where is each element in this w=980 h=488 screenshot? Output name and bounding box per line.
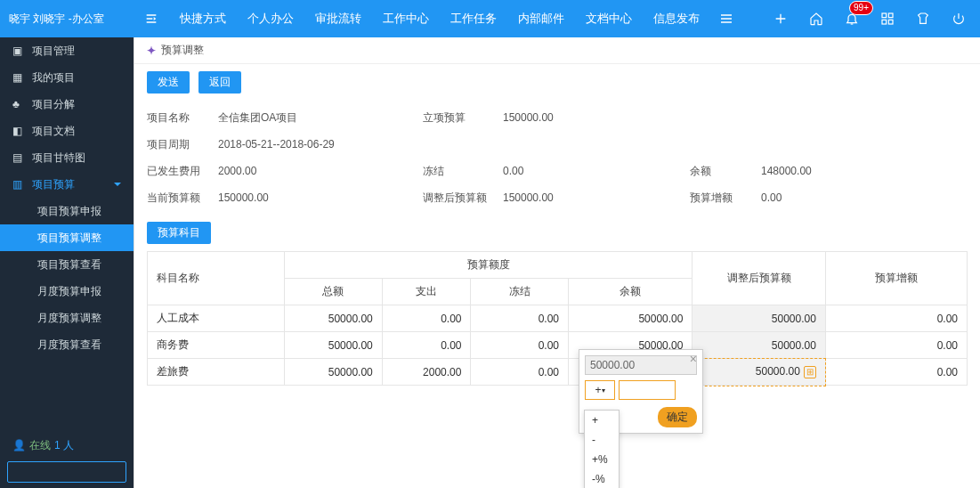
popup-close[interactable]: × xyxy=(690,352,697,366)
nav-info[interactable]: 信息发布 xyxy=(643,0,710,37)
op-option-minus-pct[interactable]: -% xyxy=(585,469,619,488)
cell-total: 50000.00 xyxy=(285,332,383,359)
top-header: 晓宇 刘晓宇 -办公室 快捷方式 个人办公 审批流转 工作中心 工作任务 内部邮… xyxy=(0,0,980,37)
confirm-button[interactable]: 确定 xyxy=(658,407,697,427)
sidebar-sub-month-view[interactable]: 月度预算查看 xyxy=(0,331,134,358)
sidebar-item-my-projects[interactable]: ▦我的项目 xyxy=(0,64,134,91)
nav-docs[interactable]: 文档中心 xyxy=(575,0,643,37)
home-icon xyxy=(809,12,823,26)
svg-rect-0 xyxy=(882,13,887,18)
op-option-plus-pct[interactable]: +% xyxy=(585,450,619,469)
breadcrumb-icon: ✦ xyxy=(147,45,156,57)
online-count: 1 人 xyxy=(54,438,74,453)
top-icon-bar: 99+ xyxy=(768,6,980,31)
sidebar: ▣项目管理 ▦我的项目 ♣项目分解 ◧项目文档 ▤项目甘特图 ▥项目预算 项目预… xyxy=(0,37,134,488)
tshirt-icon xyxy=(916,12,930,26)
apps-icon xyxy=(880,12,895,26)
label-period: 项目周期 xyxy=(147,137,218,152)
th-adjusted: 调整后预算额 xyxy=(692,252,825,305)
apps-button[interactable] xyxy=(875,6,900,31)
nav-more[interactable] xyxy=(710,0,742,37)
gantt-icon: ▤ xyxy=(12,151,25,164)
home-button[interactable] xyxy=(804,6,829,31)
sidebar-toggle[interactable] xyxy=(134,12,169,26)
search-input[interactable] xyxy=(13,466,147,478)
user-icon: 👤 xyxy=(12,439,26,451)
doc-icon: ◧ xyxy=(12,125,25,137)
operator-select[interactable]: + ▾ xyxy=(585,380,615,400)
sidebar-sub-month-adjust[interactable]: 月度预算调整 xyxy=(0,305,134,331)
breadcrumb: ✦ 预算调整 xyxy=(134,37,980,64)
sidebar-sub-apply[interactable]: 项目预算申报 xyxy=(0,198,134,224)
value-spent: 2000.00 xyxy=(218,165,423,177)
th-freeze: 冻结 xyxy=(471,279,569,305)
back-button[interactable]: 返回 xyxy=(198,71,241,94)
page-title: 预算调整 xyxy=(161,43,204,58)
online-status[interactable]: 👤 在线 1 人 xyxy=(0,435,134,456)
nav-quick[interactable]: 快捷方式 xyxy=(169,0,237,37)
table-row: 商务费 50000.00 0.00 0.00 50000.00 50000.00… xyxy=(148,332,968,359)
cell-balance: 50000.00 xyxy=(568,305,692,332)
power-icon xyxy=(952,12,966,26)
sidebar-search[interactable] xyxy=(7,461,126,483)
th-spend: 支出 xyxy=(382,279,471,305)
grid-icon: ▦ xyxy=(12,71,25,84)
popup-current-value xyxy=(585,355,697,375)
section-bar: 预算科目 xyxy=(147,222,980,244)
power-button[interactable] xyxy=(946,6,971,31)
value-period: 2018-05-21--2018-06-29 xyxy=(218,138,423,150)
sidebar-item-docs[interactable]: ◧项目文档 xyxy=(0,118,134,144)
value-adjusted-budget: 150000.00 xyxy=(503,191,690,204)
sidebar-item-budget[interactable]: ▥项目预算 xyxy=(0,171,134,198)
cell-adjusted[interactable]: 50000.00 xyxy=(692,305,825,332)
chevron-down-icon: ▾ xyxy=(602,386,605,394)
nav-personal[interactable]: 个人办公 xyxy=(237,0,304,37)
cell-delta: 0.00 xyxy=(825,332,967,359)
op-option-plus[interactable]: + xyxy=(585,411,619,430)
sidebar-sub-view[interactable]: 项目预算查看 xyxy=(0,251,134,278)
cell-spend: 0.00 xyxy=(382,332,471,359)
cell-adjusted-active[interactable]: 50000.00⊞ xyxy=(692,359,825,386)
cell-adjusted[interactable]: 50000.00 xyxy=(692,332,825,359)
layout: ▣项目管理 ▦我的项目 ♣项目分解 ◧项目文档 ▤项目甘特图 ▥项目预算 项目预… xyxy=(0,37,980,488)
amount-input[interactable] xyxy=(619,380,676,400)
main-content: ✦ 预算调整 发送 返回 项目名称 全信集团OA项目 立项预算 150000.0… xyxy=(134,37,980,488)
nav-tasks[interactable]: 工作任务 xyxy=(440,0,507,37)
sidebar-sub-month-apply[interactable]: 月度预算申报 xyxy=(0,278,134,305)
budget-table: 科目名称 预算额度 调整后预算额 预算增额 总额 支出 冻结 余额 人工成本 xyxy=(147,251,968,386)
nav-workcenter[interactable]: 工作中心 xyxy=(372,0,440,37)
label-spent: 已发生费用 xyxy=(147,164,218,179)
th-total: 总额 xyxy=(285,279,383,305)
sidebar-item-breakdown[interactable]: ♣项目分解 xyxy=(0,91,134,118)
th-group: 预算额度 xyxy=(285,252,692,279)
calculator-icon[interactable]: ⊞ xyxy=(804,366,816,378)
label-current-budget: 当前预算额 xyxy=(147,191,218,206)
notifications[interactable]: 99+ xyxy=(839,6,864,31)
sidebar-item-project-mgmt[interactable]: ▣项目管理 xyxy=(0,37,134,64)
theme-button[interactable] xyxy=(911,6,935,31)
cell-subject: 商务费 xyxy=(148,332,285,359)
svg-rect-3 xyxy=(888,20,893,24)
online-label: 在线 xyxy=(29,438,51,453)
info-row-4: 当前预算额 150000.00 调整后预算额 150000.00 预算增额 0.… xyxy=(147,184,968,211)
label-budget: 立项预算 xyxy=(423,110,503,126)
menu-icon xyxy=(144,12,158,26)
add-button[interactable] xyxy=(768,6,793,31)
value-project-name: 全信集团OA项目 xyxy=(218,110,423,126)
label-delta: 预算增额 xyxy=(690,191,761,206)
sidebar-sub-adjust[interactable]: 项目预算调整 xyxy=(0,224,134,251)
sidebar-item-gantt[interactable]: ▤项目甘特图 xyxy=(0,144,134,171)
operator-dropdown: + - +% -% xyxy=(584,410,620,488)
th-subject: 科目名称 xyxy=(148,252,285,305)
cell-subject: 人工成本 xyxy=(148,305,285,332)
op-option-minus[interactable]: - xyxy=(585,430,619,450)
cell-delta: 0.00 xyxy=(825,305,967,332)
budget-subject-button[interactable]: 预算科目 xyxy=(147,222,211,244)
value-current-budget: 150000.00 xyxy=(218,191,423,204)
nav-approval[interactable]: 审批流转 xyxy=(304,0,372,37)
top-nav: 快捷方式 个人办公 审批流转 工作中心 工作任务 内部邮件 文档中心 信息发布 xyxy=(169,0,742,37)
notification-badge: 99+ xyxy=(849,1,873,15)
nav-mail[interactable]: 内部邮件 xyxy=(507,0,575,37)
send-button[interactable]: 发送 xyxy=(147,71,190,94)
user-info[interactable]: 晓宇 刘晓宇 -办公室 xyxy=(0,0,134,37)
